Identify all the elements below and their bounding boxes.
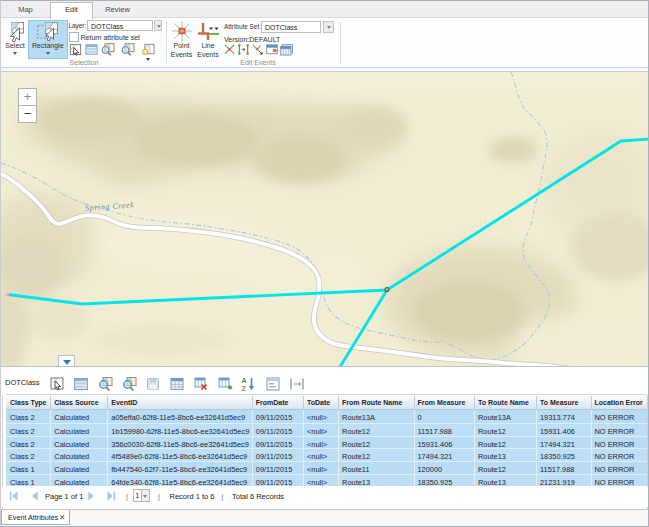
- svg-text:Z: Z: [242, 385, 247, 392]
- svg-text:A: A: [242, 377, 247, 384]
